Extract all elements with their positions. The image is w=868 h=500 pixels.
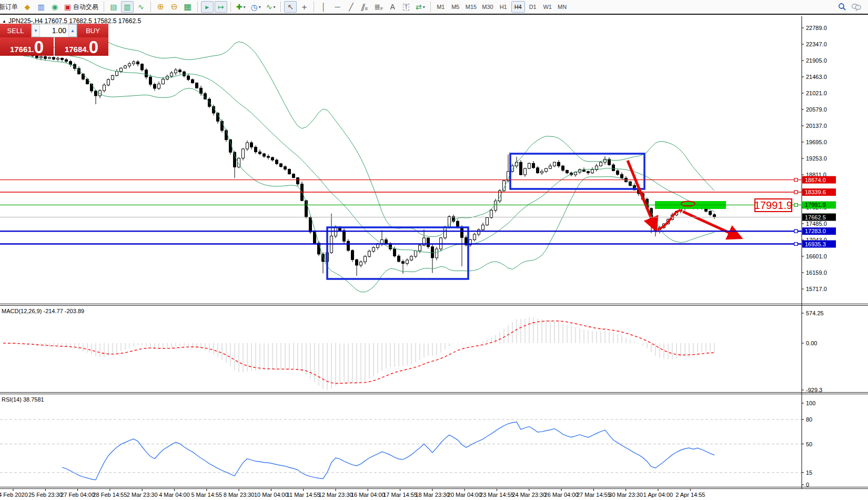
bollinger-middle-line: [20, 51, 714, 253]
date-axis-label: 28 Feb 14:55: [93, 492, 127, 498]
candle-body: [162, 79, 165, 84]
candle-body: [553, 162, 556, 166]
candle-body: [141, 64, 144, 70]
price-axis-label: 22347.0: [806, 41, 827, 47]
candle-body: [621, 174, 623, 178]
candle-body: [440, 238, 442, 249]
buy-button[interactable]: BUY: [77, 24, 108, 37]
candle-body: [482, 225, 485, 229]
candle-body: [137, 62, 139, 64]
candle-body: [415, 251, 417, 257]
candle-body: [600, 162, 602, 166]
price-axis-label: 21021.0: [806, 90, 827, 96]
sell-price-main: 17661: [10, 45, 32, 54]
macd-signal-line: [3, 321, 714, 384]
collapse-icon[interactable]: ▲: [2, 19, 6, 24]
date-axis-label: 12 Mar 23:30: [319, 492, 353, 498]
rsi-axis-label: 80: [806, 416, 812, 423]
candle-body: [436, 249, 438, 258]
chart-canvas[interactable]: 18674.018339.617991.917662.517283.016935…: [0, 0, 868, 500]
date-axis-label: 16 Mar 04:00: [351, 492, 385, 498]
candle-body: [511, 166, 514, 172]
level-handle[interactable]: [794, 178, 798, 182]
trend-arrow-1[interactable]: [628, 161, 656, 230]
candle-body: [372, 247, 375, 251]
candle-body: [562, 166, 564, 170]
candle-body: [524, 168, 527, 175]
level-handle[interactable]: [794, 191, 798, 194]
candle-body: [175, 70, 177, 73]
mt4-window: 新订单 ◆ ▥ ◉ ▣ 自动交易 ▤ ▥ ∿ ⊕ ⊖ ▦ ▸ ↦ ✚▾ ◷▾ ∿…: [0, 0, 868, 500]
candle-body: [48, 57, 51, 58]
candle-body: [314, 232, 316, 243]
candle-body: [149, 77, 152, 84]
candle-body: [309, 217, 312, 232]
price-axis-label: 19695.0: [806, 139, 827, 145]
candle-body: [528, 163, 531, 168]
date-axis-label: 2 Apr 14:55: [675, 492, 705, 498]
price-tag-label: 18339.6: [805, 189, 826, 195]
date-axis-label: 27 Feb 04:00: [60, 492, 95, 498]
candle-body: [393, 249, 396, 256]
candle-body: [398, 256, 400, 262]
date-axis-label: 5 Mar 14:55: [191, 492, 222, 498]
buy-price-button[interactable]: 17684.0: [55, 37, 108, 56]
candle-body: [128, 64, 131, 66]
rsi-label: RSI(14) 38.7581: [2, 396, 44, 403]
candle-body: [368, 251, 371, 256]
date-axis-label: 17 Mar 14:55: [383, 492, 417, 498]
candle-body: [255, 147, 257, 152]
candle-body: [61, 58, 64, 59]
buy-price-main: 17684: [65, 45, 87, 54]
price-axis-label: 20579.0: [806, 106, 827, 113]
trend-arrow-2[interactable]: [683, 212, 741, 238]
buy-price-pip: 0: [89, 39, 98, 55]
level-handle[interactable]: [794, 203, 798, 206]
candle-body: [343, 231, 346, 241]
volume-increase-button[interactable]: ▲: [68, 24, 77, 37]
candle-body: [107, 79, 110, 85]
candle-body: [612, 165, 615, 171]
date-axis-label: 18 Mar 23:30: [415, 492, 449, 498]
candle-body: [158, 84, 160, 88]
sell-button[interactable]: SELL: [0, 24, 31, 37]
volume-decrease-button[interactable]: ▼: [32, 24, 40, 37]
bounce-curve[interactable]: [658, 211, 682, 230]
candle-body: [271, 157, 274, 160]
price-tag-label: 17662.5: [805, 214, 826, 221]
candle-body: [187, 76, 190, 79]
volume-input[interactable]: [40, 26, 68, 35]
candle-body: [263, 154, 266, 156]
rsi-axis-label: 100: [806, 400, 815, 406]
price-tag-label: 17283.0: [805, 228, 826, 234]
bollinger-upper-line: [20, 39, 714, 237]
price-tag-label: 18674.0: [805, 177, 826, 183]
sell-price-button[interactable]: 17661.0: [0, 37, 54, 56]
price-axis-label: 15717.0: [806, 286, 827, 292]
level-handle[interactable]: [794, 243, 798, 246]
price-callout[interactable]: 17991.9: [754, 198, 792, 212]
price-axis-label: 19253.0: [806, 155, 827, 162]
rsi-axis-label: 15: [806, 469, 812, 476]
level-handle[interactable]: [794, 229, 798, 233]
candle-body: [95, 91, 97, 96]
candle-body: [444, 227, 447, 238]
volume-box: ▼ ▲: [31, 24, 77, 37]
candle-body: [179, 70, 181, 72]
price-axis-label: 17485.0: [806, 221, 827, 227]
date-axis-label: 11 Mar 14:55: [287, 492, 320, 498]
candle-body: [90, 84, 93, 91]
date-axis-label: 23 Mar 14:55: [480, 492, 514, 498]
consolidation-box-1[interactable]: [327, 227, 468, 279]
candle-body: [145, 70, 148, 77]
date-axis-label: 4 Feb 2020: [0, 492, 28, 498]
price-tag-label: 16935.3: [805, 241, 826, 247]
price-axis-label: 21905.0: [806, 57, 827, 64]
candle-body: [57, 58, 59, 59]
candle-body: [419, 245, 421, 251]
candle-body: [478, 230, 480, 234]
candle-body: [297, 178, 299, 184]
candle-body: [116, 72, 118, 76]
macd-axis-label: 574.25: [806, 310, 824, 316]
macd-axis-label: -929.3: [806, 387, 822, 393]
